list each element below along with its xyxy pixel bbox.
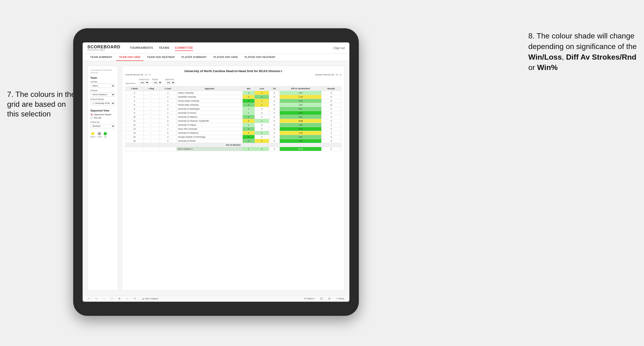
last-updated: Last Updated: 27/03/202416:55:38 bbox=[90, 69, 115, 74]
cell-win: 0 bbox=[242, 119, 255, 123]
cell-loss: 1 bbox=[255, 139, 269, 143]
col-win: Win bbox=[242, 86, 255, 91]
cell-opponent: University of Washington bbox=[176, 107, 242, 111]
cell-tie: 0 bbox=[269, 127, 280, 131]
redo-btn[interactable]: ↪ bbox=[94, 297, 99, 300]
cell-conf: 3 bbox=[159, 123, 176, 127]
top-nav: SCOREBOARD Powered by clippd TOURNAMENTS… bbox=[82, 42, 350, 54]
tab-player-h2h-grid[interactable]: PLAYER H2H GRID bbox=[210, 54, 241, 61]
cell-reg: - bbox=[144, 111, 159, 115]
cell-conf: 1 bbox=[159, 99, 176, 103]
cell-rank: 8 bbox=[126, 107, 144, 111]
colour-level: Level bbox=[97, 132, 102, 138]
tab-player-h2h-heatmap[interactable]: PLAYER H2H HEATMAP bbox=[242, 54, 278, 61]
radio-top100[interactable]: Top 100 bbox=[90, 117, 115, 119]
conference-filter-select[interactable]: (All) bbox=[139, 81, 149, 84]
cell-rounds: 3 bbox=[321, 107, 341, 111]
cell-tie: 0 bbox=[269, 119, 280, 123]
out-of-division-header: Out of division bbox=[126, 143, 341, 147]
grid-record: Overall Record: 89 - 17 - 0 Division Rec… bbox=[125, 74, 341, 76]
undo-btn[interactable]: ↩ bbox=[86, 297, 91, 300]
cell-opponent: University of Oklahoma bbox=[176, 131, 242, 135]
division-select[interactable]: NCAA Division I bbox=[90, 92, 115, 97]
cell-loss: 1 bbox=[255, 91, 269, 95]
h2h-grid-table: # Rank # Reg # Conf Opponent Win Loss Ti… bbox=[125, 86, 341, 151]
cell-conf: 5 bbox=[159, 115, 176, 119]
colour-up: Up bbox=[104, 132, 107, 138]
cell-loss: 0 bbox=[255, 107, 269, 111]
clock-btn[interactable]: ⏱ bbox=[132, 297, 138, 300]
tablet-screen: SCOREBOARD Powered by clippd TOURNAMENTS… bbox=[82, 42, 350, 302]
cell-diff: -4.33 bbox=[280, 119, 321, 123]
tab-player-summary[interactable]: PLAYER SUMMARY bbox=[179, 54, 210, 61]
opponent-view-radio: Opponents Played Top 100 bbox=[90, 113, 115, 119]
cell-conf: 2 bbox=[159, 95, 176, 99]
cell-win: 2 bbox=[242, 91, 255, 95]
comment-btn[interactable]: 💬 bbox=[319, 297, 324, 300]
nav-teams[interactable]: TEAMS bbox=[159, 45, 170, 51]
cell-diff: 6.62 bbox=[280, 139, 321, 143]
cell-diff: 9.00 bbox=[280, 111, 321, 115]
cell-opponent: University of Arizona bbox=[176, 111, 242, 115]
cell-win: 3 bbox=[242, 127, 255, 131]
cell-rounds: 3 bbox=[321, 131, 341, 135]
ruler-btn[interactable]: — bbox=[125, 297, 130, 300]
table-row: 2-1Auburn University2101.679 bbox=[126, 91, 341, 95]
cell-reg: - bbox=[144, 139, 159, 143]
share-btn[interactable]: ↗ Share bbox=[334, 297, 346, 300]
ood-win: 1 bbox=[242, 147, 255, 151]
table-row: 6-2Florida State University4201.8312 bbox=[126, 103, 341, 107]
tab-team-summary[interactable]: TEAM SUMMARY bbox=[87, 54, 115, 61]
cell-opponent: University of Florida bbox=[176, 139, 242, 143]
col-tie: Tie bbox=[269, 86, 280, 91]
grid-btn[interactable]: ⊞ bbox=[117, 297, 122, 300]
cell-reg: - bbox=[144, 103, 159, 107]
bottom-toolbar: ↩ ↪ → ⛶ ⊞ — ⏱ 📊 View: Original 👁 Watch ▾… bbox=[82, 295, 350, 302]
cell-win: 5 bbox=[242, 135, 255, 139]
table-header-row: # Rank # Reg # Conf Opponent Win Loss Ti… bbox=[126, 86, 341, 91]
nav-tournaments[interactable]: TOURNAMENTS bbox=[130, 45, 153, 51]
cell-tie: 0 bbox=[269, 111, 280, 115]
cell-rank: 12 bbox=[126, 123, 144, 127]
cell-rounds: 2 bbox=[321, 111, 341, 115]
tab-team-h2h-grid[interactable]: TEAM H2H GRID bbox=[116, 54, 143, 61]
colour-by-select[interactable]: Win/loss Diff Av Strokes/Rnd Win% bbox=[90, 124, 115, 128]
region-filter-select[interactable]: (All) bbox=[152, 81, 162, 84]
cell-rank: 9 bbox=[126, 111, 144, 115]
cell-tie: 0 bbox=[269, 91, 280, 95]
cell-tie: 0 bbox=[269, 107, 280, 111]
main-content: Last Updated: 27/03/202416:55:38 Team Ge… bbox=[82, 61, 350, 295]
view-original-btn[interactable]: 📊 View: Original bbox=[140, 297, 159, 300]
cell-opponent: Texas Tech University bbox=[176, 127, 242, 131]
crop-btn[interactable]: ⛶ bbox=[109, 297, 114, 300]
table-row: 13-1Texas Tech University3005.569 bbox=[126, 127, 341, 131]
cell-reg: - bbox=[144, 107, 159, 111]
school-label: School (Rank) bbox=[90, 98, 115, 100]
cell-rank: 10 bbox=[126, 115, 144, 119]
col-reg: # Reg bbox=[144, 86, 159, 91]
watch-btn[interactable]: 👁 Watch ▾ bbox=[303, 297, 316, 300]
filter-region: Region (All) bbox=[152, 78, 162, 84]
radio-opponents-played[interactable]: Opponents Played bbox=[90, 113, 115, 116]
cell-tie: 0 bbox=[269, 99, 280, 103]
sign-out-button[interactable]: | Sign out bbox=[333, 46, 345, 50]
cell-reg: - bbox=[144, 91, 159, 95]
gender-select[interactable]: Men's bbox=[90, 84, 115, 88]
nav-committee[interactable]: COMMITTEE bbox=[175, 45, 193, 51]
table-row: 15-4Georgia Institute of Technology5004.… bbox=[126, 135, 341, 139]
region-filter-label: Region bbox=[152, 78, 162, 80]
cell-rank: 6 bbox=[126, 103, 144, 107]
opponent-filter-select[interactable]: (All) bbox=[165, 81, 175, 84]
school-select[interactable]: 1. University of Nort... bbox=[90, 101, 115, 105]
cell-diff: -2.29 bbox=[280, 95, 321, 99]
fwd-btn[interactable]: → bbox=[102, 297, 106, 300]
cell-win: 1 bbox=[242, 107, 255, 111]
cell-tie: 0 bbox=[269, 123, 280, 127]
colour-dot-level bbox=[98, 132, 101, 135]
logo-title: SCOREBOARD bbox=[87, 45, 120, 49]
present-btn[interactable]: ⊞ bbox=[327, 297, 332, 300]
cell-rank: 14 bbox=[126, 131, 144, 135]
tab-team-h2h-heatmap[interactable]: TEAM H2H HEATMAP bbox=[144, 54, 178, 61]
cell-win: 3 bbox=[242, 115, 255, 119]
out-of-division-row: NCAA Division II10026.003 bbox=[126, 147, 341, 151]
